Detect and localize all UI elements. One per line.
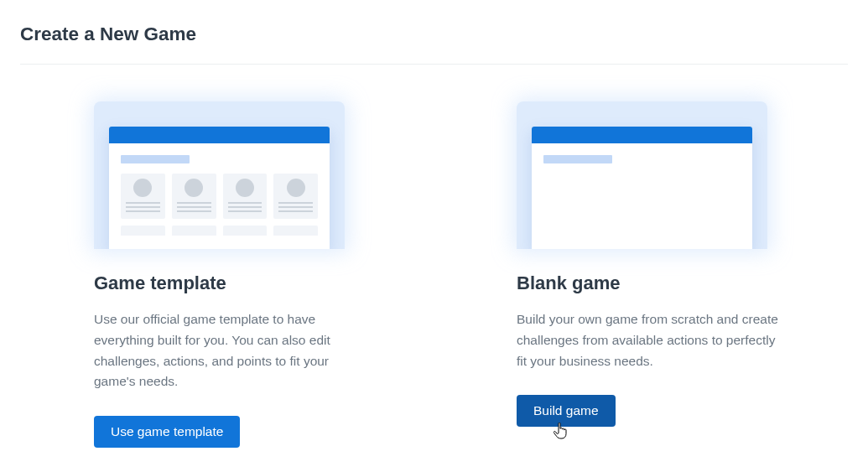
card-description: Use our official game template to have e…: [94, 309, 357, 392]
card-row: Game template Use our official game temp…: [20, 101, 848, 448]
page-title: Create a New Game: [20, 23, 848, 45]
card-game-template: Game template Use our official game temp…: [94, 101, 357, 448]
blank-illustration: [517, 101, 767, 249]
card-blank-game: Blank game Build your own game from scra…: [517, 101, 780, 448]
divider: [20, 64, 848, 65]
template-illustration: [94, 101, 345, 249]
card-title: Blank game: [517, 272, 780, 294]
card-title: Game template: [94, 272, 357, 294]
build-game-button[interactable]: Build game: [517, 395, 616, 427]
use-game-template-button[interactable]: Use game template: [94, 416, 240, 448]
card-description: Build your own game from scratch and cre…: [517, 309, 780, 371]
